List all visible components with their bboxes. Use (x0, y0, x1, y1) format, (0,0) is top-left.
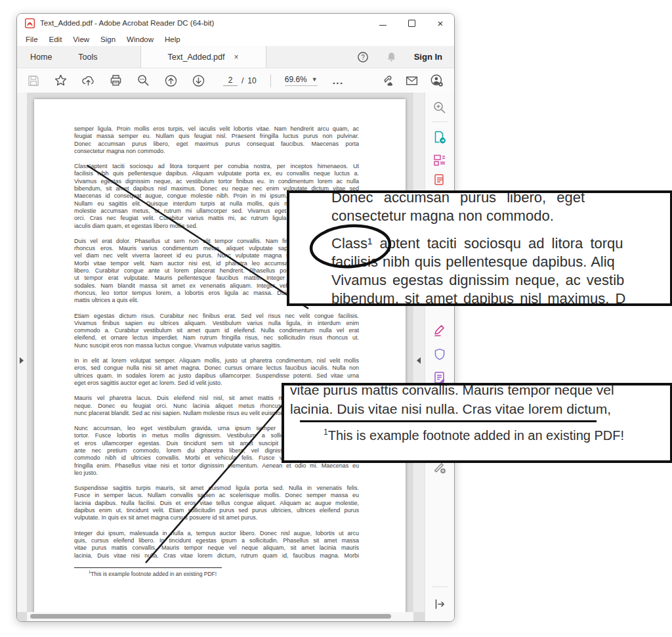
document-line: facilisis nibh quis pellentesque dapibus… (74, 170, 359, 177)
sidebar-divider (432, 121, 448, 122)
zoom-control[interactable]: 69.6% ▼ (285, 75, 318, 86)
cloud-upload-icon[interactable] (81, 74, 95, 87)
tab-bar: Home Tools Text_Added.pdf × ? (17, 46, 454, 68)
menu-bar: FileEditViewSignWindowHelp (17, 32, 454, 46)
left-panel-toggle[interactable] (20, 357, 24, 364)
export-pdf-icon[interactable] (432, 130, 447, 144)
footnote-text: This is example footnote added in an exi… (91, 571, 217, 577)
footnote-separator (74, 567, 222, 568)
document-line: Nunc suscipit eros non massa luctus cong… (74, 342, 359, 349)
zoom-value: 69.6% (285, 75, 307, 84)
person-add-icon[interactable] (430, 74, 444, 87)
document-paragraph: Integer dui ipsum, malesuada in nulla a,… (74, 530, 359, 560)
callout2-footnote-text: This is example footnote added in an exi… (328, 428, 624, 443)
protect-icon[interactable] (432, 347, 447, 362)
document-line: fringilla enim. Phasellus vitae nisi et … (74, 462, 359, 470)
chevron-down-icon: ▼ (312, 76, 318, 83)
toolbar: 2 / 10 69.6% ▼ ... (17, 68, 454, 93)
document-line: Donec accumsan purus libero, eget maximu… (74, 141, 359, 148)
horizontal-scrollbar[interactable] (27, 612, 413, 621)
document-line: vitae purus mattis convallis. Mauris tem… (74, 544, 359, 552)
document-line: Integer dui ipsum, malesuada in nulla a,… (74, 530, 359, 537)
open-pane-icon[interactable] (432, 597, 447, 611)
document-line: Fusce in semper lacus. Nullam convallis … (74, 492, 359, 499)
page-indicator: 2 / 10 (223, 76, 257, 86)
maximize-button[interactable] (407, 18, 416, 28)
page-number-input[interactable]: 2 (223, 76, 238, 86)
right-panel-strip (413, 93, 425, 612)
minimize-button[interactable] (378, 18, 387, 28)
callout1-line: Donec accumsan purus libero, eget (289, 190, 670, 207)
tab-tools[interactable]: Tools (65, 46, 110, 68)
screenshot-root: Text_Added.pdf - Adobe Acrobat Reader DC… (0, 0, 672, 637)
request-signatures-icon[interactable] (432, 173, 447, 187)
document-line: leo justo. (74, 470, 359, 477)
acrobat-window: Text_Added.pdf - Adobe Acrobat Reader DC… (16, 13, 455, 622)
zoom-callout-2: vitae purus mattis convallis. Mauris tem… (282, 383, 672, 463)
menu-item[interactable]: Help (165, 35, 180, 43)
tab-document[interactable]: Text_Added.pdf × (140, 46, 266, 68)
document-line: eleifend, et ornare lectus imperdiet. Na… (74, 334, 359, 341)
scrollbar-thumb[interactable] (30, 614, 391, 619)
document-line: dapibus enim ut, tincidunt velit. Etiam … (74, 507, 359, 514)
class-circle-annotation (308, 222, 393, 271)
email-icon[interactable] (405, 74, 419, 87)
document-line: commodo a. Curabitur vestibulum sit amet… (74, 327, 359, 334)
tools-sidebar (425, 93, 454, 621)
document-paragraph: semper ligula. Proin mollis eros turpis,… (74, 125, 359, 155)
page-total: 10 (247, 76, 256, 85)
document-line: consectetur magna non commodo. (74, 148, 359, 155)
callout1-line: Vivamus egestas dignissim neque, ac vest… (289, 271, 670, 290)
menu-item[interactable]: Edit (49, 35, 62, 43)
sign-in-button[interactable]: Sign In (414, 52, 442, 62)
svg-text:?: ? (361, 53, 365, 60)
document-line: Vivamus egestas dignissim neque, ac vest… (74, 178, 359, 185)
zoom-callout-1: Donec accumsan purus libero, egetconsect… (287, 190, 672, 306)
help-icon[interactable]: ? (357, 51, 369, 63)
pdf-viewport[interactable]: semper ligula. Proin mollis eros turpis,… (27, 93, 413, 612)
document-line: quis, cursus eleifend libero. In tincidu… (74, 537, 359, 544)
document-line: Suspendisse sagittis turpis mauris, sit … (74, 485, 359, 492)
document-line: eros, sed congue nulla nisi sit amet mag… (74, 364, 359, 372)
document-line: Class¹aptent taciti sociosqu ad litora t… (74, 163, 359, 170)
document-line: Etiam egestas dictum risus. Curabitur ne… (74, 313, 359, 320)
page-down-icon[interactable] (192, 74, 205, 87)
star-icon[interactable] (54, 74, 68, 87)
toolbar-divider (270, 74, 271, 87)
save-icon[interactable] (26, 74, 40, 87)
more-tools-button[interactable]: ... (333, 75, 344, 86)
share-link-icon[interactable] (380, 74, 394, 87)
title-bar: Text_Added.pdf - Adobe Acrobat Reader DC… (17, 14, 454, 32)
document-line: feugiat massa semper eu. Nullam quis feu… (74, 133, 359, 140)
right-panel-toggle[interactable] (417, 357, 421, 364)
menu-item[interactable]: File (26, 35, 38, 43)
menu-item[interactable]: Window (127, 35, 154, 43)
tab-home[interactable]: Home (17, 46, 65, 68)
notifications-icon[interactable] (386, 51, 397, 62)
page-up-icon[interactable] (164, 74, 178, 87)
menu-item[interactable]: View (73, 35, 89, 43)
document-line: lacinia. Duis vitae nisi nulla. Cras vit… (74, 552, 359, 560)
tab-close-icon[interactable]: × (234, 53, 238, 62)
callout1-line: bibendum, sit amet dapibus nisl maximus.… (289, 290, 670, 306)
find-icon[interactable] (136, 74, 150, 87)
tools-search-icon[interactable] (432, 100, 447, 115)
fill-sign-icon[interactable] (432, 324, 447, 338)
callout2-line: vitae purus mattis convallis. Mauris tem… (284, 383, 670, 399)
page-separator: / (242, 76, 243, 85)
close-button[interactable]: × (436, 18, 445, 28)
callout2-footnote-marker: 1 (324, 428, 328, 437)
document-line: semper ligula. Proin mollis eros turpis,… (74, 125, 359, 133)
window-title: Text_Added.pdf - Adobe Acrobat Reader DC… (40, 19, 214, 27)
document-line: vulputate. In quis ex sit amet magna cur… (74, 514, 359, 521)
tab-document-label: Text_Added.pdf (168, 53, 225, 62)
left-panel-strip (17, 93, 28, 612)
document-area: semper ligula. Proin mollis eros turpis,… (17, 93, 454, 621)
callout2-footnote-separator (300, 420, 597, 422)
document-line: ultrices quam. In sodales lorem ac justo… (74, 372, 359, 380)
sidebar-divider (432, 586, 448, 587)
print-icon[interactable] (109, 74, 123, 87)
organize-pages-icon[interactable] (432, 153, 447, 167)
menu-item[interactable]: Sign (100, 35, 116, 43)
document-paragraph: Etiam egestas dictum risus. Curabitur ne… (74, 313, 359, 349)
